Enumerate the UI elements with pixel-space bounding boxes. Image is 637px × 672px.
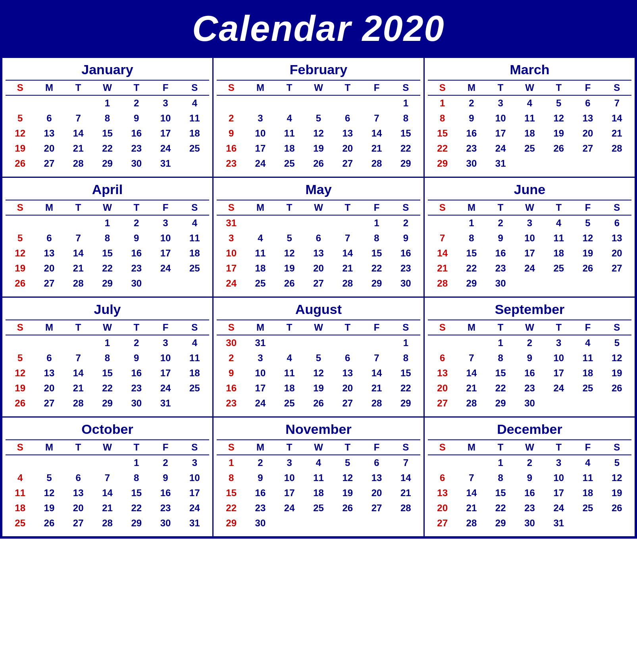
week-row: 13141516171819 xyxy=(428,366,631,381)
weekday-header: T xyxy=(333,200,362,215)
day-cell: 10 xyxy=(515,231,544,246)
day-cell: 9 xyxy=(122,350,151,366)
day-cell: 30 xyxy=(515,396,544,411)
day-cell: 5 xyxy=(304,350,333,366)
day-cell: 12 xyxy=(333,470,362,485)
day-cell: 29 xyxy=(122,516,151,531)
weekday-header: W xyxy=(515,320,544,335)
day-cell: 14 xyxy=(64,126,93,141)
day-cell: 3 xyxy=(151,215,180,231)
day-cell: 6 xyxy=(35,231,64,246)
weekday-header: S xyxy=(391,320,420,335)
day-cell: 13 xyxy=(64,485,93,501)
day-cell: 0 xyxy=(304,95,333,111)
day-cell: 14 xyxy=(457,366,486,381)
day-cell: 17 xyxy=(486,126,515,141)
day-cell: 26 xyxy=(304,156,333,171)
weekday-header: T xyxy=(333,440,362,455)
month-name-may: May xyxy=(217,182,420,197)
day-cell: 1 xyxy=(486,455,515,470)
day-cell: 27 xyxy=(35,396,64,411)
weekday-header: W xyxy=(93,200,122,215)
day-cell: 25 xyxy=(180,141,209,156)
day-cell: 0 xyxy=(573,276,602,291)
week-row: 27282930000 xyxy=(428,396,631,411)
day-cell: 2 xyxy=(122,95,151,111)
day-cell: 4 xyxy=(573,455,602,470)
day-cell: 17 xyxy=(180,485,209,501)
day-cell: 30 xyxy=(217,335,246,350)
weekday-header: T xyxy=(486,440,515,455)
day-cell: 27 xyxy=(333,396,362,411)
week-row: 24252627282930 xyxy=(217,276,420,291)
day-cell: 1 xyxy=(217,455,246,470)
weekday-header: T xyxy=(122,200,151,215)
day-cell: 6 xyxy=(35,111,64,126)
day-cell: 16 xyxy=(151,485,180,501)
day-cell: 6 xyxy=(428,470,457,485)
weekday-header: M xyxy=(457,320,486,335)
weekday-header: F xyxy=(573,80,602,95)
day-cell: 30 xyxy=(122,396,151,411)
day-cell: 28 xyxy=(457,516,486,531)
weekday-header: F xyxy=(573,440,602,455)
day-cell: 0 xyxy=(275,335,304,350)
day-cell: 0 xyxy=(515,276,544,291)
weekday-header: F xyxy=(151,440,180,455)
weekday-header: T xyxy=(486,80,515,95)
day-cell: 5 xyxy=(304,111,333,126)
day-cell: 8 xyxy=(486,470,515,485)
month-block-march: MarchSMTWTFS1234567891011121314151617181… xyxy=(425,58,636,178)
day-cell: 7 xyxy=(64,231,93,246)
weekday-header: S xyxy=(6,320,35,335)
day-cell: 10 xyxy=(180,470,209,485)
day-cell: 0 xyxy=(573,516,602,531)
day-cell: 29 xyxy=(217,516,246,531)
weekday-header: W xyxy=(515,200,544,215)
day-cell: 2 xyxy=(391,215,420,231)
day-cell: 9 xyxy=(217,366,246,381)
weekday-header: W xyxy=(304,200,333,215)
day-cell: 0 xyxy=(35,455,64,470)
week-row: 15161718192021 xyxy=(217,485,420,501)
day-cell: 0 xyxy=(573,396,602,411)
day-cell: 11 xyxy=(573,470,602,485)
week-row: 2345678 xyxy=(217,350,420,366)
day-cell: 8 xyxy=(93,350,122,366)
day-cell: 11 xyxy=(275,126,304,141)
day-cell: 30 xyxy=(246,516,275,531)
day-cell: 21 xyxy=(64,141,93,156)
day-cell: 1 xyxy=(457,215,486,231)
day-cell: 27 xyxy=(64,516,93,531)
day-cell: 20 xyxy=(428,501,457,516)
day-cell: 14 xyxy=(64,246,93,261)
day-cell: 0 xyxy=(246,215,275,231)
month-table-april: SMTWTFS000123456789101112131415161718192… xyxy=(6,200,209,291)
day-cell: 10 xyxy=(544,350,573,366)
month-table-march: SMTWTFS123456789101112131415161718192021… xyxy=(428,80,631,171)
weekday-header: F xyxy=(151,200,180,215)
day-cell: 28 xyxy=(428,276,457,291)
day-cell: 0 xyxy=(93,455,122,470)
day-cell: 31 xyxy=(544,516,573,531)
week-row: 10111213141516 xyxy=(217,246,420,261)
weekday-header: S xyxy=(391,200,420,215)
day-cell: 11 xyxy=(573,350,602,366)
week-row: 19202122232425 xyxy=(6,141,209,156)
day-cell: 30 xyxy=(391,276,420,291)
week-row: 272829303100 xyxy=(428,516,631,531)
week-row: 6789101112 xyxy=(428,350,631,366)
day-cell: 14 xyxy=(362,126,391,141)
day-cell: 14 xyxy=(391,470,420,485)
weekday-header: S xyxy=(217,200,246,215)
day-cell: 22 xyxy=(457,261,486,276)
day-cell: 12 xyxy=(304,126,333,141)
week-row: 0001234 xyxy=(6,335,209,350)
weekday-header: M xyxy=(457,80,486,95)
day-cell: 1 xyxy=(93,335,122,350)
day-cell: 21 xyxy=(64,381,93,396)
day-cell: 9 xyxy=(122,111,151,126)
day-cell: 13 xyxy=(573,111,602,126)
week-row: 19202122232425 xyxy=(6,381,209,396)
day-cell: 0 xyxy=(544,396,573,411)
